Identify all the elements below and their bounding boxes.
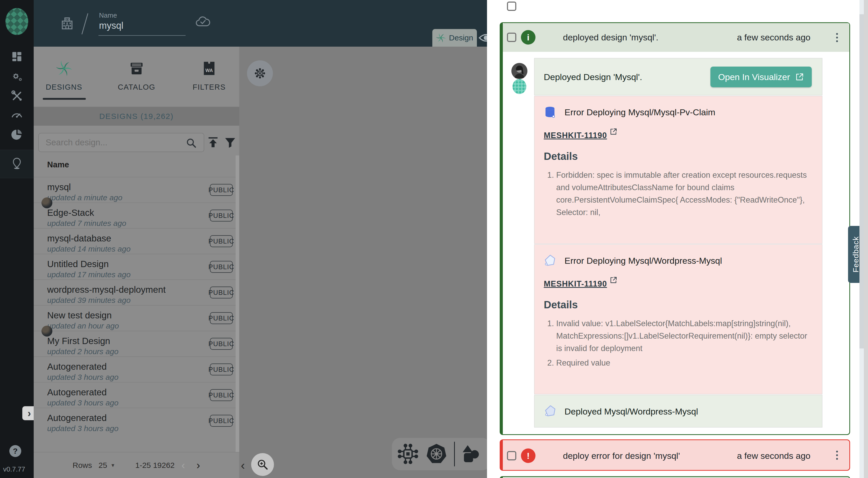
success-section: Deployed Mysql/Wordpress-Mysql bbox=[534, 395, 823, 427]
info-icon: i bbox=[521, 30, 535, 44]
design-canvas[interactable]: ‹ bbox=[239, 46, 487, 478]
notification-checkbox[interactable] bbox=[507, 33, 516, 42]
panel-scrollbar-thumb[interactable] bbox=[860, 14, 864, 348]
design-name: Untitled Design bbox=[47, 259, 108, 269]
meshery-app: › ? v0.7.77 Name mysql bbox=[0, 0, 868, 478]
notification-checkbox[interactable] bbox=[507, 451, 516, 460]
open-in-visualizer-label: Open In Visualizer bbox=[718, 72, 790, 82]
design-row[interactable]: mysql-database updated 14 minutes ago PU… bbox=[34, 228, 236, 254]
chip-network-icon[interactable] bbox=[398, 444, 418, 464]
design-row[interactable]: Autogenerated updated 3 hours ago PUBLIC bbox=[34, 356, 236, 382]
error-title: Error Deploying Mysql/Wordpress-Mysql bbox=[564, 256, 722, 266]
tab-catalog-label: CATALOG bbox=[108, 83, 165, 91]
component-node[interactable] bbox=[247, 60, 273, 86]
info-glyph: i bbox=[527, 32, 529, 42]
pvc-database-icon bbox=[544, 106, 556, 118]
notification-card-partial[interactable] bbox=[500, 476, 850, 478]
search-design-input[interactable] bbox=[45, 133, 185, 152]
search-icon[interactable] bbox=[186, 137, 197, 149]
kebab-menu-icon[interactable] bbox=[836, 450, 838, 459]
designs-tab-icon bbox=[56, 60, 72, 77]
summary-text: Deployed Design 'Mysql'. bbox=[544, 58, 642, 96]
error-detail-item: Forbidden: spec is immutable after creat… bbox=[556, 169, 813, 219]
design-name-input[interactable]: mysql bbox=[99, 20, 123, 31]
error-icon: ! bbox=[521, 448, 535, 463]
extensions-icon[interactable] bbox=[11, 128, 23, 141]
sidebar: › ? v0.7.77 bbox=[0, 0, 34, 478]
error-glyph: ! bbox=[527, 451, 529, 461]
meshkit-link[interactable]: MESHKIT-11190 bbox=[544, 279, 607, 289]
design-name: Autogenerated bbox=[47, 413, 107, 423]
notification-header: i deployed design 'mysql'. a few seconds… bbox=[503, 23, 849, 52]
designs-list: mysql updated a minute ago PUBLIC Edge-S… bbox=[34, 177, 236, 434]
design-name: mysql-database bbox=[47, 233, 111, 244]
design-row[interactable]: wordpress-mysql-deployment updated 39 mi… bbox=[34, 280, 236, 305]
performance-icon[interactable] bbox=[11, 108, 23, 121]
kebab-menu-icon[interactable] bbox=[836, 33, 838, 42]
visibility-badge: PUBLIC bbox=[210, 363, 233, 375]
design-row[interactable]: Autogenerated updated 3 hours ago PUBLIC bbox=[34, 408, 236, 434]
design-row[interactable]: Edge-Stack updated 7 minutes ago PUBLIC bbox=[34, 202, 236, 228]
canvas-toolbar bbox=[392, 438, 490, 470]
error-section: Error Deploying Mysql/Mysql-Pv-Claim MES… bbox=[534, 96, 823, 244]
details-heading: Details bbox=[544, 151, 813, 162]
design-updated: updated 2 hours ago bbox=[47, 347, 119, 356]
filter-icon[interactable] bbox=[224, 136, 236, 149]
prev-page-button[interactable]: ‹ bbox=[181, 452, 185, 478]
design-mode-tab[interactable]: Design bbox=[432, 29, 477, 46]
import-design-icon[interactable] bbox=[207, 136, 219, 149]
app-version: v0.7.77 bbox=[3, 465, 25, 473]
visibility-badge: PUBLIC bbox=[210, 389, 233, 401]
pagination-bar: Rows 25 ▾ 1-25 19262 ‹ › bbox=[34, 452, 239, 478]
help-button[interactable]: ? bbox=[9, 445, 21, 457]
notification-card-info[interactable]: i deployed design 'mysql'. a few seconds… bbox=[500, 22, 850, 435]
tab-filters[interactable]: WA FILTERS bbox=[181, 46, 238, 105]
details-heading: Details bbox=[544, 299, 813, 311]
design-pin-icon bbox=[11, 157, 23, 169]
shapes-icon[interactable] bbox=[460, 444, 480, 464]
notification-card-error[interactable]: ! deploy error for design 'mysql' a few … bbox=[500, 439, 850, 471]
tab-catalog[interactable]: CATALOG bbox=[108, 46, 165, 105]
design-row[interactable]: Autogenerated updated 3 hours ago PUBLIC bbox=[34, 382, 236, 408]
meshery-avatar bbox=[512, 78, 527, 95]
open-in-visualizer-button[interactable]: Open In Visualizer bbox=[710, 67, 812, 87]
caret-down-icon[interactable]: ▾ bbox=[112, 452, 114, 478]
tab-designs[interactable]: DESIGNS bbox=[35, 46, 93, 105]
list-scrollbar[interactable] bbox=[236, 155, 239, 452]
design-row[interactable]: New test design updated an hour ago PUBL… bbox=[34, 305, 236, 331]
dashboard-icon[interactable] bbox=[11, 50, 23, 63]
visibility-badge: PUBLIC bbox=[210, 312, 233, 324]
design-spiral-icon bbox=[436, 33, 446, 43]
design-name-label: Name bbox=[99, 11, 117, 20]
error-detail-item: Required value bbox=[556, 357, 813, 369]
question-icon: ? bbox=[13, 447, 18, 455]
collapse-drawer-chevron[interactable]: ‹ bbox=[241, 458, 245, 472]
organization-icon[interactable] bbox=[59, 15, 75, 31]
design-updated: updated 3 hours ago bbox=[47, 424, 119, 433]
kubernetes-icon[interactable] bbox=[426, 443, 447, 465]
panel-scrollbar[interactable] bbox=[860, 0, 864, 478]
input-underline bbox=[98, 35, 186, 36]
select-all-checkbox[interactable] bbox=[507, 2, 516, 11]
configuration-tools-icon[interactable] bbox=[11, 90, 23, 102]
component-node-icon bbox=[254, 68, 266, 79]
rows-per-page-select[interactable]: 25 bbox=[98, 452, 107, 478]
designs-drawer: DESIGNS CATALOG WA FILTERS DESIGNS (19,2… bbox=[34, 46, 239, 478]
meshery-logo-icon[interactable] bbox=[4, 8, 30, 35]
error-detail-list: Forbidden: spec is immutable after creat… bbox=[544, 169, 813, 219]
user-avatar bbox=[512, 63, 527, 79]
meshkit-link[interactable]: MESHKIT-11190 bbox=[544, 131, 607, 140]
zoom-in-button[interactable] bbox=[251, 453, 274, 476]
cloud-saved-icon bbox=[195, 14, 211, 28]
designs-count-header: DESIGNS (19,262) bbox=[34, 107, 239, 126]
lifecycle-gears-icon[interactable] bbox=[11, 70, 23, 83]
design-row[interactable]: My First Design updated 2 hours ago PUBL… bbox=[34, 331, 236, 356]
design-row[interactable]: mysql updated a minute ago PUBLIC bbox=[34, 177, 236, 202]
sidebar-item-designs[interactable] bbox=[0, 150, 34, 178]
owner-avatar bbox=[41, 326, 52, 337]
page-scrollbar[interactable] bbox=[864, 0, 868, 478]
design-row[interactable]: Untitled Design updated 17 minutes ago P… bbox=[34, 254, 236, 280]
next-page-button[interactable]: › bbox=[196, 452, 200, 478]
zoom-in-icon bbox=[256, 458, 269, 471]
design-updated: updated 17 minutes ago bbox=[47, 270, 131, 279]
